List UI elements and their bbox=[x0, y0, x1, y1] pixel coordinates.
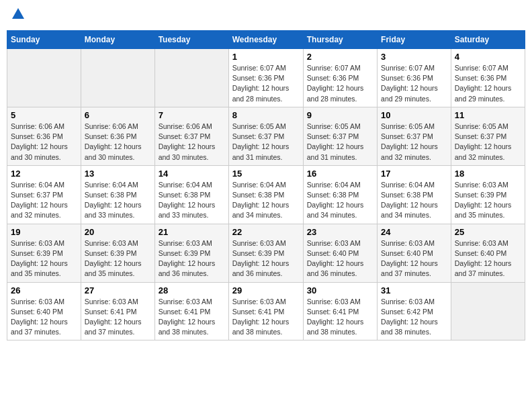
page-header bbox=[7, 7, 525, 25]
calendar-cell: 23Sunrise: 6:03 AM Sunset: 6:40 PM Dayli… bbox=[303, 224, 377, 282]
weekday-header-row: SundayMondayTuesdayWednesdayThursdayFrid… bbox=[7, 31, 525, 49]
day-info: Sunrise: 6:04 AM Sunset: 6:38 PM Dayligh… bbox=[159, 180, 225, 221]
calendar-cell: 2Sunrise: 6:07 AM Sunset: 6:36 PM Daylig… bbox=[303, 49, 377, 107]
calendar-cell: 25Sunrise: 6:03 AM Sunset: 6:40 PM Dayli… bbox=[451, 224, 525, 282]
calendar-cell: 3Sunrise: 6:07 AM Sunset: 6:36 PM Daylig… bbox=[378, 49, 451, 107]
weekday-header-monday: Monday bbox=[81, 31, 154, 49]
day-number: 22 bbox=[232, 227, 300, 237]
calendar-week-1: 1Sunrise: 6:07 AM Sunset: 6:36 PM Daylig… bbox=[7, 49, 525, 107]
calendar-cell: 31Sunrise: 6:03 AM Sunset: 6:42 PM Dayli… bbox=[378, 282, 451, 340]
day-number: 10 bbox=[381, 110, 447, 120]
day-info: Sunrise: 6:03 AM Sunset: 6:40 PM Dayligh… bbox=[307, 238, 373, 279]
day-info: Sunrise: 6:03 AM Sunset: 6:40 PM Dayligh… bbox=[455, 238, 521, 279]
calendar-cell: 22Sunrise: 6:03 AM Sunset: 6:39 PM Dayli… bbox=[228, 224, 303, 282]
calendar-cell: 13Sunrise: 6:04 AM Sunset: 6:38 PM Dayli… bbox=[81, 165, 154, 224]
calendar-cell: 9Sunrise: 6:05 AM Sunset: 6:37 PM Daylig… bbox=[303, 107, 377, 165]
day-number: 16 bbox=[307, 169, 373, 179]
day-number: 4 bbox=[455, 52, 521, 62]
day-number: 25 bbox=[455, 227, 521, 237]
calendar-cell: 26Sunrise: 6:03 AM Sunset: 6:40 PM Dayli… bbox=[7, 282, 81, 340]
day-info: Sunrise: 6:07 AM Sunset: 6:36 PM Dayligh… bbox=[307, 63, 373, 104]
calendar-cell: 11Sunrise: 6:05 AM Sunset: 6:37 PM Dayli… bbox=[451, 107, 525, 165]
day-number: 23 bbox=[307, 227, 373, 237]
day-number: 1 bbox=[232, 52, 300, 62]
day-number: 7 bbox=[159, 110, 225, 120]
day-number: 29 bbox=[232, 285, 300, 295]
day-number: 18 bbox=[455, 169, 521, 179]
logo bbox=[9, 7, 26, 25]
calendar-cell: 21Sunrise: 6:03 AM Sunset: 6:39 PM Dayli… bbox=[154, 224, 228, 282]
weekday-header-friday: Friday bbox=[378, 31, 451, 49]
day-info: Sunrise: 6:05 AM Sunset: 6:37 PM Dayligh… bbox=[381, 122, 447, 163]
day-info: Sunrise: 6:03 AM Sunset: 6:40 PM Dayligh… bbox=[11, 297, 77, 338]
day-number: 26 bbox=[11, 285, 77, 295]
day-number: 3 bbox=[381, 52, 447, 62]
calendar-cell: 1Sunrise: 6:07 AM Sunset: 6:36 PM Daylig… bbox=[228, 49, 303, 107]
day-info: Sunrise: 6:04 AM Sunset: 6:38 PM Dayligh… bbox=[232, 180, 300, 221]
calendar-cell: 8Sunrise: 6:05 AM Sunset: 6:37 PM Daylig… bbox=[228, 107, 303, 165]
day-info: Sunrise: 6:03 AM Sunset: 6:41 PM Dayligh… bbox=[159, 297, 225, 338]
calendar-cell: 20Sunrise: 6:03 AM Sunset: 6:39 PM Dayli… bbox=[81, 224, 154, 282]
day-number: 17 bbox=[381, 169, 447, 179]
day-info: Sunrise: 6:04 AM Sunset: 6:38 PM Dayligh… bbox=[381, 180, 447, 221]
weekday-header-tuesday: Tuesday bbox=[154, 31, 228, 49]
calendar-cell: 19Sunrise: 6:03 AM Sunset: 6:39 PM Dayli… bbox=[7, 224, 81, 282]
calendar-cell: 6Sunrise: 6:06 AM Sunset: 6:36 PM Daylig… bbox=[81, 107, 154, 165]
calendar-cell: 5Sunrise: 6:06 AM Sunset: 6:36 PM Daylig… bbox=[7, 107, 81, 165]
day-number: 21 bbox=[159, 227, 225, 237]
day-info: Sunrise: 6:05 AM Sunset: 6:37 PM Dayligh… bbox=[307, 122, 373, 163]
calendar-cell bbox=[451, 282, 525, 340]
weekday-header-wednesday: Wednesday bbox=[228, 31, 303, 49]
day-info: Sunrise: 6:07 AM Sunset: 6:36 PM Dayligh… bbox=[232, 63, 300, 104]
calendar-cell: 7Sunrise: 6:06 AM Sunset: 6:37 PM Daylig… bbox=[154, 107, 228, 165]
day-number: 13 bbox=[85, 169, 151, 179]
day-info: Sunrise: 6:03 AM Sunset: 6:39 PM Dayligh… bbox=[232, 238, 300, 279]
day-number: 31 bbox=[381, 285, 447, 295]
day-info: Sunrise: 6:04 AM Sunset: 6:38 PM Dayligh… bbox=[85, 180, 151, 221]
day-number: 15 bbox=[232, 169, 300, 179]
day-number: 5 bbox=[11, 110, 77, 120]
day-info: Sunrise: 6:03 AM Sunset: 6:42 PM Dayligh… bbox=[381, 297, 447, 338]
calendar-cell: 16Sunrise: 6:04 AM Sunset: 6:38 PM Dayli… bbox=[303, 165, 377, 224]
calendar-table: SundayMondayTuesdayWednesdayThursdayFrid… bbox=[7, 30, 525, 340]
day-info: Sunrise: 6:03 AM Sunset: 6:39 PM Dayligh… bbox=[455, 180, 521, 221]
day-info: Sunrise: 6:05 AM Sunset: 6:37 PM Dayligh… bbox=[232, 122, 300, 163]
day-info: Sunrise: 6:06 AM Sunset: 6:37 PM Dayligh… bbox=[159, 122, 225, 163]
calendar-cell: 15Sunrise: 6:04 AM Sunset: 6:38 PM Dayli… bbox=[228, 165, 303, 224]
day-info: Sunrise: 6:03 AM Sunset: 6:39 PM Dayligh… bbox=[85, 238, 151, 279]
day-info: Sunrise: 6:04 AM Sunset: 6:37 PM Dayligh… bbox=[11, 180, 77, 221]
day-number: 12 bbox=[11, 169, 77, 179]
calendar-cell: 24Sunrise: 6:03 AM Sunset: 6:40 PM Dayli… bbox=[378, 224, 451, 282]
weekday-header-sunday: Sunday bbox=[7, 31, 81, 49]
weekday-header-saturday: Saturday bbox=[451, 31, 525, 49]
weekday-header-thursday: Thursday bbox=[303, 31, 377, 49]
day-info: Sunrise: 6:07 AM Sunset: 6:36 PM Dayligh… bbox=[381, 63, 447, 104]
day-number: 6 bbox=[85, 110, 151, 120]
svg-marker-0 bbox=[12, 8, 24, 19]
calendar-week-5: 26Sunrise: 6:03 AM Sunset: 6:40 PM Dayli… bbox=[7, 282, 525, 340]
calendar-cell bbox=[7, 49, 81, 107]
day-number: 30 bbox=[307, 285, 373, 295]
calendar-week-3: 12Sunrise: 6:04 AM Sunset: 6:37 PM Dayli… bbox=[7, 165, 525, 224]
day-info: Sunrise: 6:06 AM Sunset: 6:36 PM Dayligh… bbox=[11, 122, 77, 163]
calendar-week-4: 19Sunrise: 6:03 AM Sunset: 6:39 PM Dayli… bbox=[7, 224, 525, 282]
calendar-cell bbox=[154, 49, 228, 107]
calendar-cell: 28Sunrise: 6:03 AM Sunset: 6:41 PM Dayli… bbox=[154, 282, 228, 340]
day-info: Sunrise: 6:07 AM Sunset: 6:36 PM Dayligh… bbox=[455, 63, 521, 104]
calendar-cell: 30Sunrise: 6:03 AM Sunset: 6:41 PM Dayli… bbox=[303, 282, 377, 340]
day-number: 19 bbox=[11, 227, 77, 237]
day-number: 20 bbox=[85, 227, 151, 237]
day-info: Sunrise: 6:03 AM Sunset: 6:40 PM Dayligh… bbox=[381, 238, 447, 279]
day-info: Sunrise: 6:03 AM Sunset: 6:41 PM Dayligh… bbox=[307, 297, 373, 338]
calendar-cell: 18Sunrise: 6:03 AM Sunset: 6:39 PM Dayli… bbox=[451, 165, 525, 224]
day-info: Sunrise: 6:03 AM Sunset: 6:39 PM Dayligh… bbox=[11, 238, 77, 279]
calendar-cell: 4Sunrise: 6:07 AM Sunset: 6:36 PM Daylig… bbox=[451, 49, 525, 107]
calendar-cell: 10Sunrise: 6:05 AM Sunset: 6:37 PM Dayli… bbox=[378, 107, 451, 165]
logo-icon bbox=[11, 7, 26, 21]
day-number: 8 bbox=[232, 110, 300, 120]
day-info: Sunrise: 6:03 AM Sunset: 6:41 PM Dayligh… bbox=[85, 297, 151, 338]
day-info: Sunrise: 6:03 AM Sunset: 6:41 PM Dayligh… bbox=[232, 297, 300, 338]
day-number: 28 bbox=[159, 285, 225, 295]
calendar-cell: 29Sunrise: 6:03 AM Sunset: 6:41 PM Dayli… bbox=[228, 282, 303, 340]
day-number: 14 bbox=[159, 169, 225, 179]
